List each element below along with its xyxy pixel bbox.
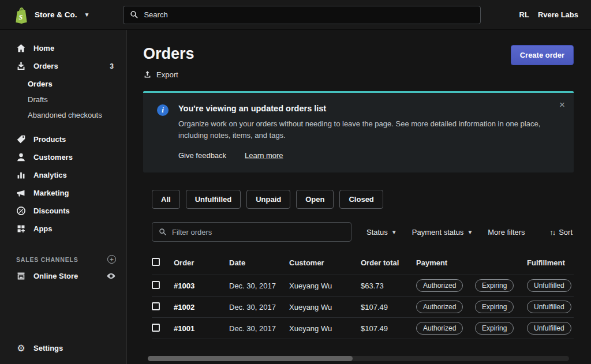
orders-icon <box>16 61 26 71</box>
view-store-eye-icon[interactable] <box>106 271 116 281</box>
search-box <box>123 6 481 24</box>
sidebar-item-online-store[interactable]: Online Store <box>0 267 126 285</box>
order-date: Dec. 30, 2017 <box>229 324 289 333</box>
col-date: Date <box>229 258 289 267</box>
create-order-button[interactable]: Create order <box>511 45 574 65</box>
status-dropdown[interactable]: Status ▼ <box>366 228 397 237</box>
sidebar-item-apps[interactable]: Apps <box>0 220 126 238</box>
order-number: #1003 <box>174 282 229 290</box>
sidebar-item-customers[interactable]: Customers <box>0 148 126 166</box>
row-checkbox[interactable] <box>152 281 160 289</box>
more-filters-button[interactable]: More filters <box>488 228 525 237</box>
tag-icon <box>16 134 26 144</box>
sales-channels-section: SALES CHANNELS + <box>0 250 126 267</box>
chevron-down-icon: ▼ <box>467 229 473 235</box>
user-name: Rvere Labs <box>538 10 578 19</box>
col-payment: Payment <box>416 258 475 267</box>
col-customer: Customer <box>289 258 361 267</box>
info-icon: i <box>157 104 169 116</box>
sidebar-subitem-drafts[interactable]: Drafts <box>0 92 126 107</box>
give-feedback-button[interactable]: Give feedback <box>178 151 226 160</box>
orders-subnav: Orders Drafts Abandoned checkouts <box>0 75 126 125</box>
order-total: $63.73 <box>361 282 416 290</box>
select-all-checkbox[interactable] <box>152 258 160 266</box>
sidebar-item-discounts[interactable]: Discounts <box>0 202 126 220</box>
learn-more-link[interactable]: Learn more <box>245 151 283 160</box>
sidebar-item-analytics[interactable]: Analytics <box>0 166 126 184</box>
sort-arrows-icon: ↑↓ <box>549 228 555 237</box>
sidebar-item-settings[interactable]: ⚙ Settings <box>0 339 126 357</box>
discount-icon <box>16 206 26 216</box>
sidebar-item-marketing[interactable]: Marketing <box>0 184 126 202</box>
orders-page: Orders Create order Export i You're view… <box>127 30 591 364</box>
col-order-total: Order total <box>361 258 416 267</box>
search-icon <box>159 228 167 236</box>
payment-status-badge: Authorized <box>416 279 463 292</box>
close-icon[interactable]: × <box>559 100 565 110</box>
shopify-logo-icon: S <box>14 7 29 23</box>
orders-table: Order Date Customer Order total Payment … <box>152 251 574 339</box>
sidebar-item-home[interactable]: Home <box>0 39 126 57</box>
order-number: #1001 <box>174 324 229 333</box>
expiring-badge: Expiring <box>475 301 514 313</box>
page-title: Orders <box>143 45 194 63</box>
banner-title: You're viewing an updated orders list <box>178 104 556 113</box>
horizontal-scrollbar[interactable] <box>148 356 569 361</box>
table-header-row: Order Date Customer Order total Payment … <box>152 251 574 275</box>
orders-count-badge: 3 <box>110 62 116 70</box>
export-button[interactable]: Export <box>143 70 178 79</box>
global-search <box>123 6 481 24</box>
sidebar-item-orders[interactable]: Orders 3 <box>0 57 126 75</box>
table-row[interactable]: #1003 Dec. 30, 2017 Xueyang Wu $63.73 Au… <box>152 275 574 297</box>
sort-button[interactable]: ↑↓ Sort <box>549 228 573 237</box>
person-icon <box>16 152 26 162</box>
table-row[interactable]: #1001 Dec. 30, 2017 Xueyang Wu $107.49 A… <box>152 318 574 339</box>
chevron-down-icon: ▼ <box>391 229 397 235</box>
user-menu[interactable]: RL Rvere Labs <box>519 10 578 19</box>
topbar: S Store & Co. ▼ RL Rvere Labs <box>0 0 591 30</box>
order-number: #1002 <box>174 303 229 312</box>
user-initials: RL <box>519 10 529 19</box>
order-customer: Xueyang Wu <box>289 282 361 290</box>
fulfillment-status-badge: Unfulfilled <box>527 301 571 313</box>
export-label: Export <box>156 70 178 79</box>
order-total: $107.49 <box>361 303 416 312</box>
banner-content: You're viewing an updated orders list Or… <box>178 104 556 160</box>
apps-grid-icon <box>16 224 26 234</box>
order-date: Dec. 30, 2017 <box>229 303 289 312</box>
table-row[interactable]: #1002 Dec. 30, 2017 Xueyang Wu $107.49 A… <box>152 297 574 318</box>
payment-status-badge: Authorized <box>416 301 463 313</box>
fulfillment-status-badge: Unfulfilled <box>527 279 571 292</box>
expiring-badge: Expiring <box>475 322 514 335</box>
order-customer: Xueyang Wu <box>289 324 361 333</box>
sidebar: Home Orders 3 Orders Drafts Abandoned ch… <box>0 30 127 364</box>
add-sales-channel-icon[interactable]: + <box>107 255 116 264</box>
tab-unfulfilled[interactable]: Unfulfilled <box>186 190 241 209</box>
sidebar-item-products[interactable]: Products <box>0 130 126 148</box>
sidebar-subitem-orders[interactable]: Orders <box>0 76 126 92</box>
tab-open[interactable]: Open <box>296 190 334 209</box>
scrollbar-thumb[interactable] <box>148 356 353 361</box>
order-date: Dec. 30, 2017 <box>229 282 289 290</box>
search-input[interactable] <box>144 10 474 19</box>
gear-icon: ⚙ <box>16 343 26 353</box>
tab-unpaid[interactable]: Unpaid <box>246 190 290 209</box>
filter-bar: Status ▼ Payment status ▼ More filters ↑… <box>152 222 574 242</box>
sidebar-subitem-abandoned-checkouts[interactable]: Abandoned checkouts <box>0 107 126 123</box>
tab-closed[interactable]: Closed <box>339 190 383 209</box>
storefront-icon <box>16 271 26 281</box>
tab-all[interactable]: All <box>152 190 180 209</box>
payment-status-badge: Authorized <box>416 322 463 335</box>
chevron-down-icon: ▼ <box>84 12 90 18</box>
expiring-badge: Expiring <box>475 279 514 292</box>
filter-orders-box <box>152 222 351 242</box>
store-name: Store & Co. <box>35 10 77 19</box>
store-switcher[interactable]: S Store & Co. ▼ <box>14 7 89 23</box>
filter-orders-input[interactable] <box>172 228 345 237</box>
row-checkbox[interactable] <box>152 302 160 310</box>
col-order: Order <box>174 258 229 267</box>
payment-status-dropdown[interactable]: Payment status ▼ <box>412 228 473 237</box>
row-checkbox[interactable] <box>152 324 160 332</box>
order-filter-tabs: All Unfulfilled Unpaid Open Closed <box>152 190 574 209</box>
search-icon <box>130 10 139 19</box>
